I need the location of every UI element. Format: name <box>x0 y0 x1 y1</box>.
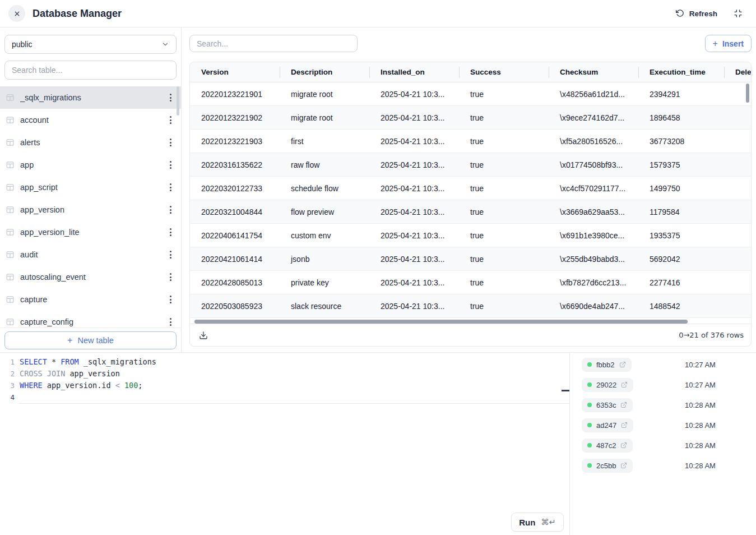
exit-fullscreen-icon[interactable] <box>734 9 743 18</box>
sidebar-item-alerts[interactable]: alerts <box>0 131 181 154</box>
table-row[interactable]: 20220421061414jsonb2025-04-21 10:3...tru… <box>190 247 751 271</box>
refresh-button[interactable]: Refresh <box>676 9 717 18</box>
column-header-deleted[interactable]: Deleted <box>724 62 751 82</box>
cell <box>724 106 751 129</box>
external-link-icon[interactable] <box>619 361 626 368</box>
table-row[interactable]: 20220321004844flow preview2025-04-21 10:… <box>190 200 751 224</box>
download-icon[interactable] <box>199 331 208 340</box>
history-pill-2c5bb[interactable]: 2c5bb <box>582 459 633 473</box>
sql-editor[interactable]: 1SELECT * FROM _sqlx_migrations2CROSS JO… <box>0 353 570 535</box>
history-pill-29022[interactable]: 29022 <box>582 378 633 392</box>
line-number: 2 <box>0 368 15 380</box>
table-name: capture <box>20 295 165 304</box>
sidebar-scrollbar[interactable] <box>177 86 179 116</box>
column-header-description[interactable]: Description <box>280 62 369 82</box>
kebab-menu-icon[interactable] <box>165 315 176 328</box>
sidebar-item-app_version[interactable]: app_version <box>0 199 181 221</box>
table-row[interactable]: 20220320122733schedule flow2025-04-21 10… <box>190 177 751 200</box>
kebab-menu-icon[interactable] <box>165 225 176 239</box>
cell: 20220123221902 <box>190 106 280 129</box>
column-header-success[interactable]: Success <box>459 62 549 82</box>
kebab-menu-icon[interactable] <box>165 270 176 284</box>
kebab-menu-icon[interactable] <box>165 158 176 172</box>
history-pill-fbbb2[interactable]: fbbb2 <box>582 358 632 372</box>
sidebar-item-_sqlx_migrations[interactable]: _sqlx_migrations <box>0 86 181 109</box>
code-line: 3WHERE app_version.id < 100; <box>0 380 569 391</box>
sidebar-item-capture_config[interactable]: capture_config <box>0 311 181 328</box>
external-link-icon[interactable] <box>620 462 627 469</box>
kebab-menu-icon[interactable] <box>165 181 176 195</box>
grid-rows: 20220123221901migrate root2025-04-21 10:… <box>190 82 751 318</box>
close-icon[interactable] <box>8 5 25 22</box>
cell: 20220321004844 <box>190 200 280 223</box>
sidebar-item-account[interactable]: account <box>0 109 181 131</box>
search-input[interactable] <box>189 35 358 52</box>
cell: 20220123221901 <box>190 82 280 105</box>
cell: 2025-04-21 10:3... <box>369 200 459 223</box>
sidebar-item-capture[interactable]: capture <box>0 288 181 311</box>
table-row[interactable]: 20220123221901migrate root2025-04-21 10:… <box>190 82 751 106</box>
external-link-icon[interactable] <box>621 422 628 428</box>
external-link-icon[interactable] <box>620 442 627 449</box>
run-label: Run <box>519 518 535 527</box>
new-table-button[interactable]: + New table <box>4 331 177 349</box>
insert-button[interactable]: + Insert <box>705 35 752 52</box>
cell: 2025-04-21 10:3... <box>369 82 459 105</box>
kebab-menu-icon[interactable] <box>165 248 176 262</box>
sidebar-item-app[interactable]: app <box>0 154 181 176</box>
external-link-icon[interactable] <box>620 402 627 408</box>
sidebar-item-app_script[interactable]: app_script <box>0 176 181 199</box>
vertical-scrollbar[interactable] <box>746 84 749 103</box>
cell: first <box>280 130 369 153</box>
history-pill-6353c[interactable]: 6353c <box>582 398 633 412</box>
cell: true <box>459 200 549 223</box>
table-row[interactable]: 20220123221903first2025-04-21 10:3...tru… <box>190 130 751 153</box>
sql-token: WHERE <box>20 381 43 390</box>
cell <box>724 271 751 294</box>
cell: migrate root <box>280 82 369 105</box>
cell: 5692042 <box>638 247 724 270</box>
cell: \x691b1e3980ce... <box>549 224 638 247</box>
cell: true <box>459 224 549 247</box>
kebab-menu-icon[interactable] <box>165 203 176 217</box>
cell: \x01774508bf93... <box>549 153 638 176</box>
table-name: audit <box>20 250 165 259</box>
column-header-version[interactable]: Version <box>190 62 280 82</box>
run-button[interactable]: Run ⌘↵ <box>511 513 564 532</box>
cell: jsonb <box>280 247 369 270</box>
cell: \x3669a629aa53... <box>549 200 638 223</box>
kebab-menu-icon[interactable] <box>165 136 176 150</box>
kebab-menu-icon[interactable] <box>165 293 176 307</box>
table-row[interactable]: 20220503085923slack resource2025-04-21 1… <box>190 294 751 318</box>
line-number: 1 <box>0 356 15 368</box>
column-header-checksum[interactable]: Checksum <box>549 62 638 82</box>
line-number: 3 <box>0 380 15 391</box>
horizontal-scrollbar-track <box>190 320 751 324</box>
schema-select[interactable]: public <box>4 35 177 54</box>
column-header-execution_time[interactable]: Execution_time <box>638 62 724 82</box>
cell: 2025-04-21 10:3... <box>369 153 459 176</box>
sidebar-item-app_version_lite[interactable]: app_version_lite <box>0 221 181 243</box>
main-panel: + Insert VersionDescriptionInstalled_onS… <box>182 27 756 352</box>
cell: 2025-04-21 10:3... <box>369 271 459 294</box>
kebab-menu-icon[interactable] <box>165 91 176 105</box>
table-row[interactable]: 20220123221902migrate root2025-04-21 10:… <box>190 106 751 130</box>
sidebar: public _sqlx_migrationsaccountalertsappa… <box>0 27 182 352</box>
cell: \xfb7827d6cc213... <box>549 271 638 294</box>
horizontal-scrollbar[interactable] <box>194 320 688 324</box>
history-pill-ad247[interactable]: ad247 <box>582 418 633 432</box>
kebab-menu-icon[interactable] <box>165 113 176 127</box>
editor-resize-handle[interactable] <box>562 390 569 391</box>
history-pill-487c2[interactable]: 487c2 <box>582 439 633 453</box>
table-row[interactable]: 20220316135622raw flow2025-04-21 10:3...… <box>190 153 751 177</box>
sql-token: app_version.id <box>43 381 115 390</box>
table-icon <box>6 228 15 237</box>
table-row[interactable]: 20220406141754custom env2025-04-21 10:3.… <box>190 224 751 247</box>
external-link-icon[interactable] <box>621 381 628 388</box>
sidebar-item-audit[interactable]: audit <box>0 243 181 266</box>
column-header-installed_on[interactable]: Installed_on <box>369 62 459 82</box>
code-text: CROSS JOIN app_version <box>20 368 120 380</box>
table-row[interactable]: 20220428085013private key2025-04-21 10:3… <box>190 271 751 294</box>
sidebar-item-autoscaling_event[interactable]: autoscaling_event <box>0 266 181 288</box>
table-search-input[interactable] <box>4 61 177 80</box>
